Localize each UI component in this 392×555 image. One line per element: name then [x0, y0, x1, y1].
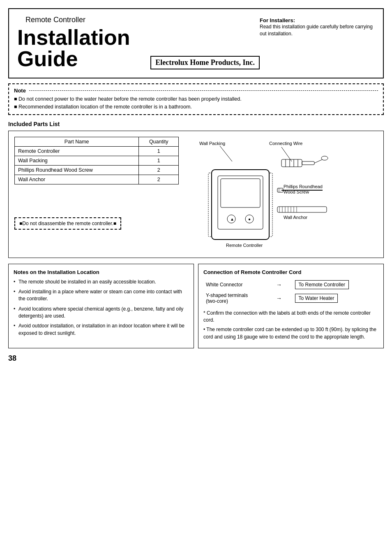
wall-anchor-label: Wall Anchor: [284, 215, 308, 220]
header-section: Remote Controller Installation Guide Ele…: [8, 8, 384, 78]
header-right: For Installers: Read this installation g…: [260, 16, 375, 37]
remote-controller-label: Remote Controller: [25, 16, 260, 24]
part-name-1: Remote Controller: [15, 146, 139, 156]
for-installers-label: For Installers:: [260, 17, 375, 23]
notes-location-title: Notes on the Installation Location: [14, 269, 189, 275]
svg-text:●: ●: [248, 217, 251, 221]
svg-point-9: [321, 156, 328, 160]
wall-packing-diagram-label: Wall Packing: [199, 141, 225, 146]
notes-location-section: Notes on the Installation Location The r…: [8, 264, 194, 349]
conn-box-2: To Water Heater: [293, 291, 378, 306]
part-qty-4: 2: [139, 175, 179, 184]
parts-left: Part Name Quantity Remote Controller 1 W…: [14, 137, 179, 252]
svg-rect-17: [208, 173, 212, 237]
part-qty-2: 1: [139, 156, 179, 165]
svg-line-8: [314, 159, 323, 163]
parts-list-title: Included Parts List: [8, 121, 384, 127]
svg-text:Wood Screw: Wood Screw: [284, 189, 309, 194]
screw-label: Phillips Roundhead: [284, 184, 323, 189]
list-item: Avoid locations where special chemical a…: [14, 306, 189, 320]
remote-controller-diagram-label: Remote Controller: [226, 243, 263, 248]
installation-guide-title: Installation Guide: [17, 27, 144, 69]
list-item: Avoid installing in a place where water …: [14, 288, 189, 303]
table-row: White Connector → To Remote Controller: [203, 279, 378, 291]
table-row: Remote Controller 1: [15, 146, 179, 156]
conn-box-1: To Remote Controller: [293, 279, 378, 291]
parts-inner: Part Name Quantity Remote Controller 1 W…: [14, 137, 378, 252]
part-name-2: Wall Packing: [15, 156, 139, 165]
part-qty-1: 1: [139, 146, 179, 156]
part-name-4: Wall Anchor: [15, 175, 139, 184]
list-item: The remote should be installed in an eas…: [14, 279, 189, 286]
table-row: Y-shaped terminals(two-core) → To Water …: [203, 291, 378, 306]
svg-rect-12: [221, 179, 260, 207]
connection-section: Connection of Remote Controller Cord Whi…: [198, 264, 384, 349]
conn-arrow-2: →: [272, 291, 293, 306]
parts-table: Part Name Quantity Remote Controller 1 W…: [14, 137, 179, 184]
svg-rect-7: [302, 161, 314, 165]
note-title: Note: [14, 88, 378, 94]
svg-rect-11: [218, 176, 263, 229]
parts-section: Part Name Quantity Remote Controller 1 W…: [8, 131, 384, 258]
note-box: Note ■ Do not connect power to the water…: [8, 83, 384, 115]
connection-note-1: * Confirm the connection with the labels…: [203, 310, 378, 324]
conn-arrow-1: →: [272, 279, 293, 291]
notes-location-list: The remote should be installed in an eas…: [14, 279, 189, 337]
bottom-sections: Notes on the Installation Location The r…: [8, 264, 384, 349]
conn-label-1: White Connector: [203, 279, 272, 291]
svg-rect-2: [281, 159, 302, 167]
table-row: Wall Packing 1: [15, 156, 179, 165]
page-number: 38: [8, 354, 384, 363]
header-left: Remote Controller Installation Guide Ele…: [17, 16, 260, 69]
connection-title: Connection of Remote Controller Cord: [203, 269, 378, 275]
brand-name: Electrolux Home Products, Inc.: [150, 56, 260, 69]
conn-label-2: Y-shaped terminals(two-core): [203, 291, 272, 306]
for-installers-text: Read this installation guide carefully b…: [260, 23, 375, 37]
connecting-wire-diagram-label: Connecting Wire: [269, 141, 302, 146]
table-row: Phillips Roundhead Wood Screw 2: [15, 165, 179, 175]
part-name-3: Phillips Roundhead Wood Screw: [15, 165, 139, 175]
part-qty-3: 2: [139, 165, 179, 175]
list-item: Avoid outdoor installation, or installat…: [14, 322, 189, 337]
svg-rect-18: [269, 173, 272, 237]
connection-table: White Connector → To Remote Controller Y…: [203, 279, 378, 306]
do-not-icon: ■: [113, 221, 116, 226]
col-part-name: Part Name: [15, 137, 139, 146]
do-not-box: ■Do not disassemble the remote controlle…: [14, 217, 179, 230]
note-line-1: ■ Do not connect power to the water heat…: [14, 95, 378, 111]
parts-diagram: Wall Packing Connecting Wire: [187, 137, 343, 256]
connection-note-2: • The remote controller cord can be exte…: [203, 326, 378, 341]
header-row: Remote Controller Installation Guide Ele…: [17, 16, 375, 69]
col-quantity: Quantity: [139, 137, 179, 146]
parts-right: Wall Packing Connecting Wire: [187, 137, 378, 252]
table-row: Wall Anchor 2: [15, 175, 179, 184]
svg-rect-24: [277, 207, 327, 212]
svg-text:▲: ▲: [230, 217, 234, 221]
svg-line-0: [220, 146, 232, 161]
